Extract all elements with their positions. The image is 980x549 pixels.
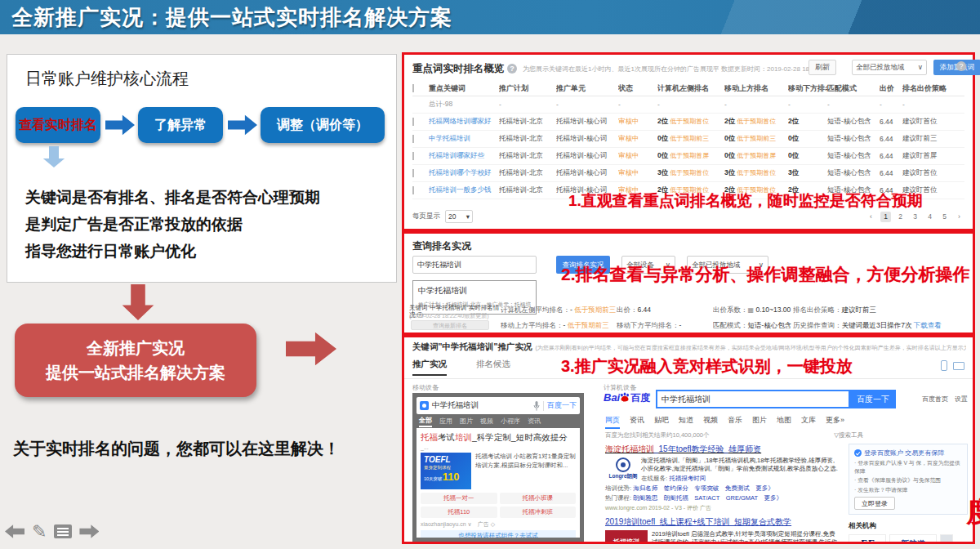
sitelink-button[interactable]: 托福110 <box>421 507 497 518</box>
tab-images[interactable]: 图片 <box>460 417 473 426</box>
keyword-query-input[interactable]: 中学托福培训 <box>412 256 537 274</box>
forward-arrow-icon[interactable] <box>79 524 99 539</box>
tab-more[interactable]: 更多» <box>826 415 844 429</box>
match-mode-cell: 短语-核心包含 <box>827 134 880 144</box>
tab-images[interactable]: 图片 <box>752 415 767 429</box>
tab-tieba[interactable]: 贴吧 <box>654 415 669 429</box>
mobile-result-tabs: 全部 应用 图片 视频 小程序 资讯 <box>416 414 580 428</box>
mobile-up-avg-label: 移动上方平均排名： <box>501 321 564 329</box>
tab-apps[interactable]: 应用 <box>439 417 452 426</box>
page-button[interactable]: 5 <box>939 212 950 222</box>
tab-music[interactable]: 音乐 <box>728 415 742 429</box>
pc-result-list: 海淀托福培训_15年toefl教学经验_雄厚师资 Longre朗阁 海淀托福培训… <box>605 444 840 544</box>
tab-news[interactable]: 资讯 <box>630 415 644 429</box>
baidu-logo: Bai百度 <box>604 391 650 405</box>
tab-rank-candidate[interactable]: 排名候选 <box>476 359 510 370</box>
tab-miniapp[interactable]: 小程序 <box>501 417 520 426</box>
flow-arrow-right-icon <box>228 114 257 136</box>
mobile-ad-title[interactable]: 托福考试培训_科学定制_短时高效提分 <box>421 432 576 444</box>
tab-videos[interactable]: 视频 <box>480 417 493 426</box>
service-link[interactable]: 托福报考时间 <box>669 475 706 482</box>
tab-promotion-live[interactable]: 推广实况 <box>412 359 447 376</box>
mobile-ad-url: xiaozhanjiaoyu.cn ∨ 广告 ◇ <box>421 520 576 529</box>
next-page-button[interactable]: › <box>954 212 964 222</box>
page-button[interactable]: 2 <box>895 212 906 222</box>
help-icon[interactable]: ? <box>956 58 966 73</box>
result-title-link[interactable]: 2019培训toefl_线上课程+线下培训_短期复合式教学 <box>605 516 840 528</box>
mobile-preview: 中学托福培训 百度一下 全部 应用 图片 视频 小程序 资讯 托福考试培训_科学… <box>412 393 584 542</box>
sitelink-button[interactable]: 托福小班课 <box>500 493 577 504</box>
title-banner: 全新推广实况：提供一站式实时排名解决方案 <box>0 0 980 34</box>
download-view-link[interactable]: 下载查看 <box>914 321 942 329</box>
status-badge: 审核中 <box>618 134 657 144</box>
ef-logo[interactable]: EF英孚教育 <box>849 534 886 544</box>
tab-maps[interactable]: 地图 <box>777 415 791 429</box>
bid-cell: 6.44 <box>880 152 902 160</box>
result-title-link[interactable]: 海淀托福培训_15年toefl教学经验_雄厚师资 <box>605 444 840 455</box>
new-channel-logo[interactable]: 新航道NEW CHANNEL <box>889 534 937 544</box>
pc-rank-note: 低于预期首位 <box>670 169 709 176</box>
sitelink-button[interactable]: 托福一对一 <box>421 493 497 504</box>
pc-search-button[interactable]: 百度一下 <box>850 390 896 408</box>
page-button[interactable]: 4 <box>924 212 935 222</box>
step-adjust[interactable]: 调整（调价等） <box>261 107 385 143</box>
col-pc-rank: 计算机左侧排名 <box>657 83 724 94</box>
sitelink-button[interactable]: 托福冲刺班 <box>500 507 577 518</box>
keyword-link[interactable]: 托福网络培训哪家好 <box>429 117 499 127</box>
prev-page-button[interactable]: ‹ <box>866 212 876 222</box>
col-match-mode: 匹配模式 <box>827 83 880 94</box>
total-row: 总计-98 - - - - - - - - - <box>412 96 964 114</box>
mobile-search-bar[interactable]: 中学托福培训 百度一下 <box>416 397 580 414</box>
monitor-icon[interactable] <box>953 362 964 370</box>
page-button[interactable]: 1 <box>880 212 891 222</box>
mobile-search-button[interactable]: 百度一下 <box>547 400 577 411</box>
tab-video[interactable]: 视频 <box>703 415 718 429</box>
shield-icon <box>854 449 862 457</box>
tab-zhidao[interactable]: 知道 <box>679 415 693 429</box>
advantage-links[interactable]: 海归名师 签约保分 专项突破 免费测试 更多》 <box>633 484 774 492</box>
row-checkbox[interactable] <box>412 152 414 160</box>
search-tools-link[interactable]: ▽搜索工具 <box>834 431 863 440</box>
edit-icon[interactable]: ▦ <box>748 306 755 314</box>
tab-web[interactable]: 网页 <box>605 415 620 429</box>
refresh-rank-button-disabled[interactable]: 查询最新排名 <box>411 320 489 330</box>
phone-icon[interactable] <box>941 360 947 371</box>
pc-search-input[interactable]: 中学托福培训 <box>656 390 850 408</box>
row-checkbox[interactable] <box>412 118 414 126</box>
annotation-2: 2.排名查看与异常分析、操作调整融合，方便分析操作 <box>561 263 970 286</box>
coef-label: 出价系数： <box>713 306 748 314</box>
step-view-realtime-rank[interactable]: 查看实时排名 <box>16 107 100 143</box>
back-arrow-icon[interactable] <box>5 524 24 539</box>
keyword-link[interactable]: 托福培训哪家好些 <box>429 151 499 161</box>
row-checkbox[interactable] <box>412 135 414 143</box>
style-component-promo-link[interactable]: 也想投放该样式组件？去试试 <box>421 530 576 538</box>
page-button[interactable]: 3 <box>910 212 920 222</box>
pencil-icon[interactable]: ✎ <box>32 524 47 539</box>
login-now-button[interactable]: 立即登录 <box>854 497 895 510</box>
row-checkbox[interactable] <box>412 186 414 194</box>
mobile-search-value[interactable]: 中学托福培训 <box>432 400 533 411</box>
settings-link[interactable]: 设置 <box>955 395 968 404</box>
region-filter-select[interactable]: 全部已投放地域∨ <box>852 60 927 75</box>
pagination: ‹ 1 2 3 4 5 › <box>866 212 964 222</box>
select-all-checkbox[interactable] <box>412 84 414 92</box>
notes-icon[interactable] <box>54 524 72 538</box>
pc-rank: 2位 <box>657 117 668 125</box>
tab-all[interactable]: 全部 <box>419 416 432 427</box>
mobile-device-label: 移动设备 <box>412 383 439 392</box>
help-icon[interactable]: ? <box>507 64 517 74</box>
keyword-link[interactable]: 托福培训一般多少钱 <box>429 185 499 195</box>
page-size-select[interactable]: 20▾ <box>445 210 473 223</box>
keyword-link[interactable]: 托福培训哪个学校好 <box>429 168 499 178</box>
course-links[interactable]: 朗阁雅思 朗阁托福 SAT/ACT GRE/GMAT 更多》 <box>633 494 782 502</box>
tab-news[interactable]: 资讯 <box>528 417 541 426</box>
step-understand-anomaly[interactable]: 了解异常 <box>138 107 223 143</box>
left-footer-note: 关于实时排名的问题，您都可以在这里解决！ <box>13 438 340 460</box>
live-header-note: (为您展示刚刚看到的平均结果，可能与您在百度搜索框直接搜索结果有差异，实际结果会… <box>535 345 966 350</box>
mobile-down-avg-label: 移动下方平均排名： <box>617 321 679 329</box>
baidu-home-link[interactable]: 百度首页 <box>922 395 948 404</box>
row-checkbox[interactable] <box>412 169 414 177</box>
tab-wenku[interactable]: 文库 <box>801 415 816 429</box>
refresh-button[interactable]: 刷新 <box>808 60 836 75</box>
keyword-link[interactable]: 中学托福培训 <box>429 134 499 144</box>
